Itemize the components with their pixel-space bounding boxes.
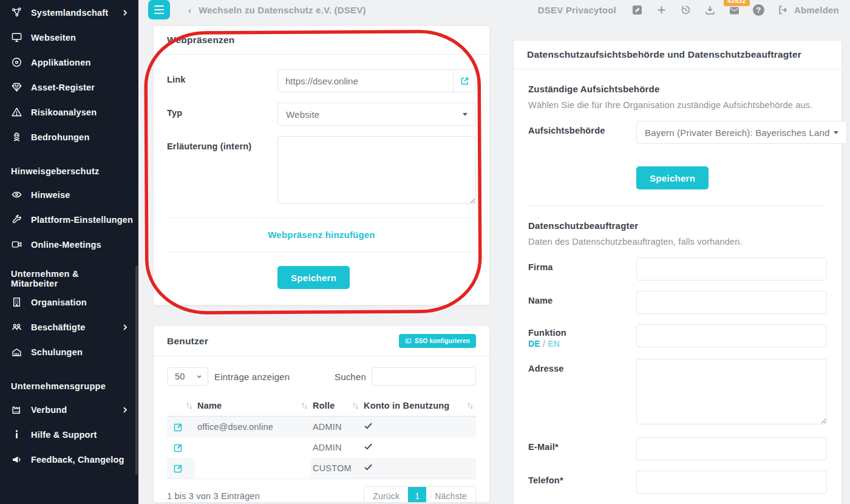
note-textarea[interactable] <box>277 136 476 204</box>
table-footer: 1 bis 3 von 3 Einträgen Zurück 1 Nächste <box>167 486 476 502</box>
sidebar-item-bedrohungen[interactable]: Bedrohungen <box>0 124 138 149</box>
breadcrumb-back-link[interactable]: ‹ Wechseln zu Datenschutz e.V. (DSEV) <box>188 5 366 15</box>
sidebar-item-schulungen[interactable]: Schulungen <box>0 339 138 364</box>
users-table-header-row: Name Rolle Konto in Benutzung <box>167 395 476 417</box>
sidebar-item-label: Beschäftigte <box>31 322 85 332</box>
table-row: office@dsev.online ADMIN <box>167 417 476 438</box>
monitor-icon <box>11 32 22 43</box>
authority-card-body: Zuständige Aufsichtsbehörde Wählen Sie d… <box>514 69 841 504</box>
telefon-input[interactable] <box>636 471 827 494</box>
edit-pencil-icon[interactable] <box>173 443 183 453</box>
search-input[interactable] <box>372 367 476 386</box>
user-name-cell: office@dsev.online <box>195 417 310 438</box>
sidebar-item-asset-register[interactable]: Asset-Register <box>0 75 138 100</box>
firma-input[interactable] <box>636 257 827 281</box>
sidebar-item-systemlandschaft[interactable]: Systemlandschaft <box>0 0 138 25</box>
column-edit[interactable] <box>167 395 195 417</box>
sidebar-item-verbund[interactable]: Verbund <box>0 397 138 422</box>
pagination-next[interactable]: Nächste <box>426 487 475 502</box>
sidebar-item-beschaeftigte[interactable]: Beschäftigte <box>0 315 138 339</box>
edit-pencil-icon[interactable] <box>173 422 183 432</box>
authority-section-heading: Zuständige Aufsichtsbehörde <box>528 84 827 94</box>
logout-button[interactable]: Abmelden <box>777 4 839 16</box>
search-wrap: Suchen <box>335 367 476 386</box>
sidebar-item-hilfe-support[interactable]: Hilfe & Support <box>0 422 138 447</box>
type-select[interactable]: Website <box>277 103 476 126</box>
pagination-prev[interactable]: Zurück <box>364 487 408 502</box>
column-label: Name <box>197 401 222 410</box>
link-input-group <box>277 69 476 92</box>
download-icon[interactable] <box>704 4 716 16</box>
warning-triangle-icon <box>11 106 22 118</box>
school-icon <box>11 346 22 358</box>
sidebar-item-risikoanalysen[interactable]: Risikoanalysen <box>0 100 138 124</box>
lang-en-toggle[interactable]: EN <box>548 339 560 349</box>
sidebar-section-unternehmensgruppe: Unternehmensgruppe <box>0 375 138 397</box>
history-icon[interactable] <box>680 4 692 16</box>
authority-card-header: Datenschutzaufsichtsbehörde und Datensch… <box>514 41 841 69</box>
table-controls: 50 Einträge anzeigen Suchen <box>167 367 476 386</box>
user-name-cell <box>195 458 310 479</box>
authority-save-button[interactable]: Speichern <box>636 166 709 189</box>
link-input[interactable] <box>278 70 453 92</box>
edit-pencil-icon[interactable] <box>173 463 183 474</box>
sso-configure-button[interactable]: SSO konfigurieren <box>399 334 476 348</box>
sidebar-item-online-meetings[interactable]: Online-Meetings <box>0 232 138 257</box>
firma-row: Firma <box>528 257 827 281</box>
sidebar-item-feedback-changelog[interactable]: Feedback, Changelog <box>0 447 138 472</box>
column-konto[interactable]: Konto in Benutzung <box>361 395 476 417</box>
adresse-textarea[interactable] <box>636 359 827 424</box>
authority-section-desc: Wählen Sie die für Ihre Organisation zus… <box>528 100 827 110</box>
authority-select[interactable]: Bayern (Privater Bereich): Bayerisches L… <box>636 121 847 144</box>
mail-icon <box>729 5 740 16</box>
page-size-select[interactable]: 50 <box>167 367 208 386</box>
back-chevron-icon: ‹ <box>188 5 191 15</box>
sidebar-item-plattform-einstellungen[interactable]: Plattform-Einstellungen <box>0 207 138 232</box>
note-label: Erläuterung (intern) <box>167 136 277 206</box>
column-rolle[interactable]: Rolle <box>310 395 361 417</box>
sidebar-item-label: Systemlandschaft <box>31 8 108 18</box>
lang-de-toggle[interactable]: DE <box>528 339 540 349</box>
email-input[interactable] <box>636 437 827 460</box>
hamburger-icon <box>154 5 164 7</box>
open-link-button[interactable] <box>453 70 475 92</box>
pagination-page-1[interactable]: 1 <box>408 487 426 502</box>
funktion-input[interactable] <box>636 324 827 347</box>
search-label: Suchen <box>335 372 366 382</box>
sso-button-label: SSO konfigurieren <box>415 338 470 344</box>
notifications-mail[interactable]: 43532 <box>729 5 740 19</box>
building-icon <box>11 296 22 308</box>
add-webpresence-link[interactable]: Webpräsenz hinzufügen <box>268 230 375 240</box>
divider <box>528 205 827 206</box>
users-icon <box>11 321 22 333</box>
video-camera-icon <box>11 239 22 250</box>
note-control <box>277 136 476 206</box>
user-name-cell <box>195 437 310 458</box>
hamburger-menu-button[interactable] <box>148 0 170 19</box>
lang-separator: / <box>543 339 545 349</box>
sidebar-scrollbar[interactable] <box>135 265 138 475</box>
help-icon[interactable]: ? <box>753 4 764 16</box>
content: Webpräsenzen Link <box>138 19 850 504</box>
sidebar-item-webseiten[interactable]: Webseiten <box>0 25 138 50</box>
column-label: Konto in Benutzung <box>364 401 449 410</box>
sidebar-item-label: Hinweise <box>31 190 70 200</box>
plus-icon[interactable] <box>656 4 667 16</box>
webpresence-card-body: Link Typ <box>154 55 489 305</box>
eye-icon <box>11 189 22 200</box>
save-button[interactable]: Speichern <box>277 266 350 289</box>
sidebar-item-label: Online-Meetings <box>31 240 101 250</box>
column-name[interactable]: Name <box>195 395 310 417</box>
topbar: ‹ Wechseln zu Datenschutz e.V. (DSEV) DS… <box>138 0 850 19</box>
entries-label: Einträge anzeigen <box>214 372 290 382</box>
table-info: 1 bis 3 von 3 Einträgen <box>167 491 260 501</box>
logout-icon <box>777 4 789 16</box>
right-column: Datenschutzaufsichtsbehörde und Datensch… <box>514 41 841 504</box>
name-input[interactable] <box>636 291 827 314</box>
edit-square-icon[interactable] <box>631 4 643 16</box>
funktion-label-wrap: Funktion DE / EN <box>528 324 636 349</box>
sidebar-item-organisation[interactable]: Organisation <box>0 290 138 315</box>
email-row: E-Mail* <box>528 437 827 460</box>
sidebar-item-applikationen[interactable]: Applikationen <box>0 50 138 75</box>
sidebar-item-hinweise[interactable]: Hinweise <box>0 182 138 207</box>
